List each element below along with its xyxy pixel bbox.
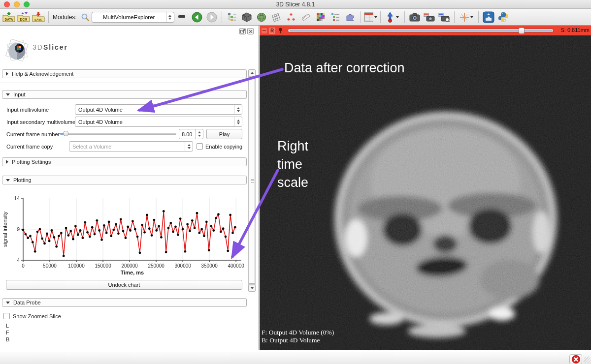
- module-history-button[interactable]: [175, 10, 189, 24]
- scene-view-restore-button[interactable]: [437, 10, 451, 24]
- svg-text:Time, ms: Time, ms: [121, 270, 144, 275]
- combobox-value: Output 4D Volume: [78, 107, 123, 113]
- module-panel: 3DSlicer Help & Acknowledgement Input In…: [0, 26, 259, 350]
- modules-label: Modules:: [53, 14, 77, 21]
- play-button[interactable]: Play: [206, 129, 242, 139]
- module-hierarchy-button[interactable]: [225, 10, 239, 24]
- section-plotting[interactable]: Plotting: [2, 176, 247, 184]
- red-slice-view[interactable]: R S: 0.811mm: [260, 26, 591, 350]
- mri-axial-slice-image: [260, 35, 591, 350]
- data-module-button[interactable]: [240, 10, 254, 24]
- frame-number-spinbox[interactable]: 8.00: [179, 129, 203, 139]
- collapse-slice-controller-button[interactable]: [262, 28, 267, 33]
- module-selector-combobox[interactable]: MultiVolumeExplorer: [92, 12, 174, 23]
- close-panel-icon[interactable]: [247, 28, 254, 34]
- tree-list-icon: [227, 12, 237, 22]
- resize-grip[interactable]: [584, 357, 591, 364]
- svg-text:50000: 50000: [43, 263, 57, 269]
- section-label: Plotting: [13, 177, 32, 183]
- window-titlebar: 3D Slicer 4.8.1: [0, 0, 591, 9]
- probe-row-l: L: [6, 323, 9, 329]
- error-log-button[interactable]: [569, 354, 582, 364]
- collapsed-arrow-icon: [6, 72, 8, 76]
- svg-text:300000: 300000: [174, 263, 191, 269]
- combobox-stepper-icon: [234, 105, 242, 114]
- section-label: Help & Acknowledgement: [12, 71, 73, 77]
- python-icon: [497, 11, 509, 23]
- section-help-acknowledgement[interactable]: Help & Acknowledgement: [2, 69, 247, 78]
- input-secondary-combobox[interactable]: Output 4D Volume: [75, 117, 242, 127]
- toolbar-separator: [48, 11, 49, 23]
- crosshair-button[interactable]: [458, 10, 475, 24]
- slice-offset-slider[interactable]: [288, 29, 554, 32]
- module-search-button[interactable]: [80, 10, 91, 24]
- screenshot-button[interactable]: [408, 10, 422, 24]
- frame-number-label: Current frame number: [6, 131, 60, 137]
- slice-slider-handle[interactable]: [519, 28, 525, 34]
- frame-number-slider[interactable]: [60, 133, 176, 135]
- section-data-probe[interactable]: Data Probe: [2, 298, 247, 307]
- combobox-stepper-icon: [166, 12, 174, 22]
- frame-copy-combobox[interactable]: Select a Volume: [69, 141, 193, 152]
- layout-selector-button[interactable]: [363, 10, 377, 24]
- status-bar: [0, 350, 591, 364]
- foreground-volume-label: F: Output 4D Volume (0%): [262, 329, 334, 336]
- frame-number-slider-handle[interactable]: [63, 131, 68, 136]
- slice-viewport[interactable]: Data after correction Right time scale F…: [260, 35, 591, 350]
- svg-text:100000: 100000: [68, 263, 85, 269]
- section-plotting-settings[interactable]: Plotting Settings: [2, 157, 247, 166]
- place-fiducial-icon: [386, 12, 395, 23]
- svg-text:4: 4: [17, 257, 20, 263]
- extensions-button[interactable]: [343, 10, 357, 24]
- load-data-button[interactable]: DATA: [2, 10, 16, 24]
- error-icon: [572, 355, 580, 364]
- folder-save-icon: SAVE: [32, 11, 45, 23]
- svg-text:400000: 400000: [228, 263, 245, 269]
- markups-module-button[interactable]: [284, 10, 298, 24]
- module-forward-button[interactable]: [205, 10, 219, 24]
- enable-copying-checkbox[interactable]: [197, 143, 203, 150]
- collapsed-arrow-icon: [6, 160, 8, 164]
- undock-panel-icon[interactable]: [239, 28, 246, 34]
- expanded-arrow-icon: [6, 93, 10, 96]
- toolbar-separator: [222, 11, 222, 23]
- annotations-module-button[interactable]: [299, 10, 313, 24]
- pin-icon[interactable]: [278, 28, 283, 33]
- color-grid-icon: [316, 13, 325, 22]
- subject-hierarchy-button[interactable]: [328, 10, 342, 24]
- save-button[interactable]: SAVE: [32, 10, 45, 24]
- python-console-button[interactable]: [496, 10, 510, 24]
- module-back-button[interactable]: [190, 10, 204, 24]
- divider: [0, 83, 248, 83]
- layout-icon: [363, 12, 373, 23]
- window-title: 3D Slicer 4.8.1: [0, 1, 591, 8]
- combobox-stepper-icon: [185, 142, 193, 151]
- spinbox-stepper-icon: [195, 129, 203, 139]
- main-toolbar: DATA DCM SAVE Modules: MultiVolumeExplor…: [0, 9, 591, 26]
- transforms-module-button[interactable]: [269, 10, 283, 24]
- mouse-interaction-button[interactable]: [384, 10, 401, 24]
- ruler-icon: [300, 12, 311, 22]
- svg-text:SAVE: SAVE: [34, 18, 42, 21]
- panel-scrollbar[interactable]: [248, 69, 256, 292]
- section-input[interactable]: Input: [2, 90, 247, 99]
- scroll-up-button[interactable]: [248, 69, 256, 76]
- scrollbar-thumb[interactable]: [249, 77, 255, 284]
- cube-icon: [242, 12, 252, 22]
- models-module-button[interactable]: [255, 10, 268, 24]
- slicer-logo-icon: [3, 36, 32, 65]
- list-tree-icon: [330, 12, 340, 22]
- folder-data-icon: DATA: [2, 11, 15, 23]
- undock-chart-button[interactable]: Undock chart: [6, 280, 242, 290]
- signal-intensity-chart[interactable]: 4914050000100000150000200000250000300000…: [0, 192, 249, 277]
- section-label: Plotting Settings: [12, 159, 51, 165]
- scene-view-capture-button[interactable]: [423, 10, 436, 24]
- input-multivolume-combobox[interactable]: Output 4D Volume: [75, 104, 242, 115]
- svg-text:DATA: DATA: [4, 18, 13, 21]
- colors-module-button[interactable]: [314, 10, 328, 24]
- show-zoomed-slice-checkbox[interactable]: [3, 313, 10, 319]
- scroll-down-button[interactable]: [248, 285, 256, 292]
- load-dicom-button[interactable]: DCM: [17, 10, 31, 24]
- dropdown-caret-icon: [396, 16, 399, 18]
- extension-manager-button[interactable]: [482, 10, 495, 24]
